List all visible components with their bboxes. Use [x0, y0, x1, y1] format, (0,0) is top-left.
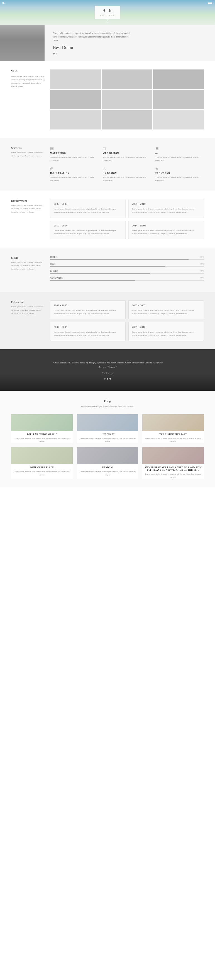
edu-period-3: 2007 - 2009 — [54, 326, 122, 328]
frontend-icon: ◈ — [156, 166, 204, 171]
testimonial-dot-1 — [104, 378, 106, 380]
emp-text-3: Lorem ipsum dolor sit amet, consectetur … — [54, 229, 122, 236]
blog-post-1[interactable]: POPULAR DESIGN OF 2017 Lorem ipsum dolor… — [11, 414, 73, 443]
work-item-4[interactable] — [50, 90, 101, 109]
testimonial-dot-2 — [107, 378, 108, 380]
service-illustration-title: ILLUSTRATION — [50, 172, 99, 175]
service-frontend-title: FRONT END — [156, 172, 204, 175]
service-frontend-desc: Typ- our specialize service. Lorem ipsum… — [156, 176, 204, 182]
work-item-1[interactable] — [50, 70, 101, 89]
marketing-icon: ▤ — [50, 146, 99, 151]
service-marketing: ▤ MARKETING Typ- our specialize service.… — [50, 146, 99, 162]
hero-subtitle: I'M B MAX — [100, 14, 115, 16]
work-description: Let your work speak. Make it look simple… — [11, 75, 45, 88]
blog-header: Blog From out latest news you can find t… — [11, 399, 204, 409]
work-section: Work Let your work speak. Make it look s… — [0, 61, 215, 138]
blog-post-3[interactable]: THE DISTINCTIVE PART Lorem ipsum dolor s… — [142, 414, 204, 443]
blog-post-5-title: RANDOM — [77, 466, 138, 469]
service-frontend: ◈ FRONT END Typ- our specialize service.… — [156, 166, 204, 182]
service-ux-title: UX DESIGN — [103, 172, 151, 175]
about-dots — [53, 53, 207, 54]
blog-post-4-desc: Lorem ipsum dolor sit amet, consectetur … — [11, 470, 73, 476]
skills-bars: HTML 5 90% CSS 3 75% JQUERY 65% — [50, 256, 204, 284]
work-item-2[interactable] — [102, 70, 152, 89]
service-webdesign-title: WEB DESIGN — [103, 152, 151, 154]
employment-cards: 2007 - 2009 Lorem ipsum dolor sit amet, … — [50, 199, 204, 240]
work-left: Work Let your work speak. Make it look s… — [11, 70, 45, 129]
employment-left: Employment Lorem ipsum dolor sit amet, c… — [11, 199, 45, 240]
emp-period-2: 2009 - 2010 — [132, 202, 200, 205]
hamburger-menu[interactable] — [208, 2, 212, 3]
service3-icon: ⊞ — [156, 146, 204, 151]
blog-thumb-6 — [142, 447, 204, 464]
work-item-5[interactable] — [102, 90, 152, 109]
blog-post-2-title: JUST CRAFT — [77, 433, 138, 436]
blog-thumb-5 — [77, 447, 138, 464]
testimonial-dot-3 — [109, 378, 111, 380]
service3-desc: Typ- our specialize service. Lorem ipsum… — [156, 156, 204, 162]
blog-post-2-desc: Lorem ipsum dolor sit amet, consectetur … — [77, 437, 138, 443]
emp-text-2: Lorem ipsum dolor sit amet, consectetur … — [132, 208, 200, 214]
skill-css: CSS 3 75% — [50, 263, 204, 267]
blog-post-3-title: THE DISTINCTIVE PART — [142, 433, 204, 436]
edu-period-1: 2002 - 2005 — [54, 304, 122, 307]
service-illustration: ◎ ILLUSTRATION Typ- our specialize servi… — [50, 166, 99, 182]
blog-title: Blog — [11, 399, 204, 403]
blog-post-4-title: SOMEWHERE PLACE — [11, 466, 73, 469]
service-webdesign-desc: Typ- our specialize service. Lorem ipsum… — [103, 156, 151, 162]
work-item-7[interactable] — [50, 110, 101, 129]
edu-text-1: Lorem ipsum dolor sit amet, consectetur … — [54, 309, 122, 316]
skill-jquery-label: JQUERY — [50, 270, 58, 272]
dot-1 — [53, 53, 55, 54]
illustration-icon: ◎ — [50, 166, 99, 171]
service-3: ⊞ — Typ- our specialize service. Lorem i… — [156, 146, 204, 162]
emp-period-4: 2014 - NOW — [132, 224, 200, 227]
hero-card: Hello I'M B MAX — [95, 6, 120, 19]
skill-html-label: HTML 5 — [50, 256, 58, 258]
work-grid — [50, 70, 204, 129]
skill-html: HTML 5 90% — [50, 256, 204, 260]
skills-left: Skills Lorem ipsum dolor sit amet, conse… — [11, 256, 45, 284]
skill-html-pct: 90% — [200, 256, 204, 258]
about-photo — [0, 25, 45, 61]
skill-wordpress: WORDPRESS 55% — [50, 277, 204, 281]
blog-post-6-title: AN WEB DESIGNER REALLY NEED TO KNOW HOW … — [142, 466, 204, 471]
services-title: Services — [11, 146, 45, 150]
person-image — [0, 25, 45, 61]
emp-period-1: 2007 - 2009 — [54, 202, 122, 205]
skill-wordpress-bar — [50, 280, 204, 281]
blog-post-6[interactable]: AN WEB DESIGNER REALLY NEED TO KNOW HOW … — [142, 447, 204, 479]
blog-thumb-3 — [142, 414, 204, 431]
about-description: Always a bit hesitant about practicing t… — [53, 32, 131, 42]
blog-post-2[interactable]: JUST CRAFT Lorem ipsum dolor sit amet, c… — [77, 414, 138, 443]
work-title: Work — [11, 70, 45, 73]
skill-css-bar — [50, 266, 204, 267]
site-brand: B. — [2, 2, 5, 5]
service-marketing-desc: Typ- our specialize service. Lorem ipsum… — [50, 156, 99, 162]
skills-description: Lorem ipsum dolor sit amet, consectetur … — [11, 261, 45, 271]
blog-post-1-desc: Lorem ipsum dolor sit amet, consectetur … — [11, 437, 73, 443]
service-illustration-desc: Typ- our specialize service. Lorem ipsum… — [50, 176, 99, 182]
edu-text-4: Lorem ipsum dolor sit amet, consectetur … — [132, 331, 200, 337]
work-item-8[interactable] — [102, 110, 152, 129]
skill-wordpress-fill — [50, 280, 135, 281]
skills-title: Skills — [11, 256, 45, 259]
blog-post-5[interactable]: RANDOM Lorem ipsum dolor sit amet, conse… — [77, 447, 138, 479]
service-ux-desc: Typ- our specialize service. Lorem ipsum… — [103, 176, 151, 182]
emp-card-2: 2009 - 2010 Lorem ipsum dolor sit amet, … — [128, 199, 204, 218]
skill-jquery-bar — [50, 273, 204, 274]
testimonial-bg — [0, 374, 215, 391]
blog-post-3-desc: Lorem ipsum dolor sit amet, consectetur … — [142, 437, 204, 443]
edu-card-3: 2007 - 2009 Lorem ipsum dolor sit amet, … — [50, 322, 125, 341]
work-item-3[interactable] — [153, 70, 204, 89]
work-item-6[interactable] — [153, 90, 204, 109]
education-section: Education Lorem ipsum dolor sit amet, co… — [0, 292, 215, 349]
emp-card-3: 2010 - 2014 Lorem ipsum dolor sit amet, … — [50, 221, 125, 240]
skill-jquery-fill — [50, 273, 150, 274]
edu-text-3: Lorem ipsum dolor sit amet, consectetur … — [54, 331, 122, 337]
work-item-9[interactable] — [153, 110, 204, 129]
blog-post-4[interactable]: SOMEWHERE PLACE Lorem ipsum dolor sit am… — [11, 447, 73, 479]
edu-card-1: 2002 - 2005 Lorem ipsum dolor sit amet, … — [50, 301, 125, 319]
blog-post-1-title: POPULAR DESIGN OF 2017 — [11, 433, 73, 436]
about-text: Always a bit hesitant about practicing t… — [45, 25, 215, 61]
